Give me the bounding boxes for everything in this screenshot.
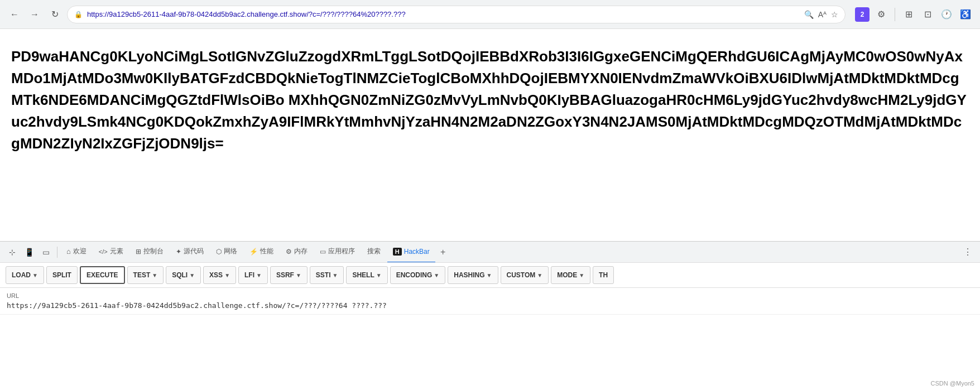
more-tabs-button[interactable]: ⋮ bbox=[960, 244, 976, 259]
encoding-label: ENCODING bbox=[396, 271, 433, 279]
sources-icon: ✦ bbox=[176, 248, 181, 256]
shell-dropdown-icon: ▼ bbox=[376, 272, 382, 278]
mode-button[interactable]: MODE ▼ bbox=[551, 266, 590, 284]
th-button[interactable]: TH bbox=[593, 266, 614, 284]
sqli-label: SQLI bbox=[172, 271, 188, 279]
tab-performance-label: 性能 bbox=[260, 247, 273, 256]
hashing-dropdown-icon: ▼ bbox=[487, 272, 492, 278]
lfi-label: LFI bbox=[244, 271, 254, 279]
split-label: SPLIT bbox=[52, 271, 71, 279]
reader-icon: Aᴬ bbox=[818, 10, 827, 19]
execute-label: EXECUTE bbox=[87, 271, 118, 279]
tab-console-label: 控制台 bbox=[143, 247, 164, 256]
devtools-inspect-icon[interactable]: ⊹ bbox=[4, 244, 20, 260]
lfi-dropdown-icon: ▼ bbox=[256, 272, 262, 278]
browser-chrome: ← → ↻ 🔒 https://9a129cb5-2611-4aaf-9b78-… bbox=[0, 0, 980, 29]
history-icon[interactable]: 🕐 bbox=[939, 7, 954, 22]
load-button[interactable]: LOAD ▼ bbox=[6, 266, 44, 284]
watermark: CSDN @Myon5 bbox=[931, 380, 974, 387]
tab-welcome-label: 欢迎 bbox=[73, 247, 87, 256]
xss-label: XSS bbox=[209, 271, 223, 279]
tab-memory-label: 内存 bbox=[294, 247, 308, 256]
tab-performance[interactable]: ⚡ 性能 bbox=[244, 242, 279, 263]
watermark-text: CSDN @Myon5 bbox=[931, 380, 974, 387]
ssrf-button[interactable]: SSRF ▼ bbox=[270, 266, 308, 284]
tab-sources[interactable]: ✦ 源代码 bbox=[170, 242, 209, 263]
sqli-dropdown-icon: ▼ bbox=[189, 272, 195, 278]
tab-console[interactable]: ⊞ 控制台 bbox=[130, 242, 169, 263]
accessibility-icon[interactable]: ♿ bbox=[958, 7, 973, 22]
load-label: LOAD bbox=[12, 271, 31, 279]
xss-button[interactable]: XSS ▼ bbox=[203, 266, 236, 284]
toolbar-divider bbox=[895, 8, 895, 21]
performance-icon: ⚡ bbox=[249, 248, 258, 256]
encoding-button[interactable]: ENCODING ▼ bbox=[390, 266, 446, 284]
test-label: TEST bbox=[133, 271, 151, 279]
mode-dropdown-icon: ▼ bbox=[579, 272, 584, 278]
execute-button[interactable]: EXECUTE bbox=[80, 266, 125, 284]
ssrf-dropdown-icon: ▼ bbox=[296, 272, 301, 278]
sidebar-icon[interactable]: ⊞ bbox=[901, 7, 916, 22]
th-label: TH bbox=[599, 271, 608, 279]
sqli-button[interactable]: SQLI ▼ bbox=[166, 266, 201, 284]
lfi-button[interactable]: LFI ▼ bbox=[238, 266, 268, 284]
lock-icon: 🔒 bbox=[74, 11, 83, 18]
hackbar-url-area: URL https://9a129cb5-2611-4aaf-9b78-0424… bbox=[0, 288, 980, 315]
extensions-icon[interactable]: 2 bbox=[854, 7, 870, 22]
devtools-panel-icon[interactable]: ▭ bbox=[38, 244, 54, 260]
tab-sources-label: 源代码 bbox=[184, 247, 204, 256]
load-dropdown-icon: ▼ bbox=[32, 272, 38, 278]
custom-dropdown-icon: ▼ bbox=[537, 272, 542, 278]
back-button[interactable]: ← bbox=[7, 7, 22, 22]
search-icon: 🔍 bbox=[804, 10, 814, 19]
elements-icon: </> bbox=[99, 248, 108, 255]
test-button[interactable]: TEST ▼ bbox=[127, 266, 164, 284]
network-icon: ⬡ bbox=[216, 248, 222, 256]
devtools-panel: ⊹ 📱 ▭ ⌂ 欢迎 </> 元素 ⊞ 控制台 ✦ 源代码 ⬡ 网络 ⚡ 性能 … bbox=[0, 241, 980, 315]
screen-icon[interactable]: ⊡ bbox=[920, 7, 935, 22]
address-text: https://9a129cb5-2611-4aaf-9b78-0424dd5b… bbox=[87, 10, 800, 18]
address-bar[interactable]: 🔒 https://9a129cb5-2611-4aaf-9b78-0424dd… bbox=[67, 6, 846, 23]
forward-button[interactable]: → bbox=[27, 7, 42, 22]
tab-hackbar-label: HackBar bbox=[404, 248, 430, 256]
memory-icon: ⚙ bbox=[286, 248, 292, 256]
encoded-text: PD9waHANCg0KLyoNCiMgLSotIGNvZGluZzogdXRm… bbox=[11, 48, 967, 152]
tab-welcome[interactable]: ⌂ 欢迎 bbox=[61, 242, 92, 263]
tab-network[interactable]: ⬡ 网络 bbox=[210, 242, 243, 263]
tab-search[interactable]: 搜索 bbox=[362, 242, 386, 263]
ssrf-label: SSRF bbox=[276, 271, 294, 279]
tab-application[interactable]: ▭ 应用程序 bbox=[314, 242, 361, 263]
tab-elements[interactable]: </> 元素 bbox=[93, 242, 129, 263]
ssti-label: SSTI bbox=[316, 271, 331, 279]
settings-icon[interactable]: ⚙ bbox=[873, 7, 889, 22]
page-content: PD9waHANCg0KLyoNCiMgLSotIGNvZGluZzogdXRm… bbox=[0, 29, 980, 241]
tab-network-label: 网络 bbox=[224, 247, 237, 256]
ssti-button[interactable]: SSTI ▼ bbox=[310, 266, 344, 284]
tab-hackbar[interactable]: H HackBar bbox=[387, 242, 435, 263]
ssti-dropdown-icon: ▼ bbox=[333, 272, 338, 278]
hackbar-icon: H bbox=[393, 248, 402, 256]
console-icon: ⊞ bbox=[136, 248, 141, 256]
add-tab-button[interactable]: + bbox=[436, 245, 450, 259]
refresh-button[interactable]: ↻ bbox=[47, 7, 63, 22]
hackbar-toolbar: LOAD ▼ SPLIT EXECUTE TEST ▼ SQLI ▼ XSS ▼… bbox=[0, 263, 980, 288]
hashing-button[interactable]: HASHING ▼ bbox=[448, 266, 498, 284]
encoding-dropdown-icon: ▼ bbox=[434, 272, 439, 278]
tab-application-label: 应用程序 bbox=[328, 247, 355, 256]
devtools-device-icon[interactable]: 📱 bbox=[21, 244, 37, 260]
extension-badge: 2 bbox=[855, 7, 869, 22]
hashing-label: HASHING bbox=[454, 271, 484, 279]
custom-label: CUSTOM bbox=[507, 271, 536, 279]
shell-button[interactable]: SHELL ▼ bbox=[346, 266, 387, 284]
tab-search-label: 搜索 bbox=[367, 247, 381, 256]
tab-memory[interactable]: ⚙ 内存 bbox=[280, 242, 313, 263]
home-icon: ⌂ bbox=[66, 247, 71, 256]
xss-dropdown-icon: ▼ bbox=[224, 272, 230, 278]
mode-label: MODE bbox=[557, 271, 577, 279]
application-icon: ▭ bbox=[320, 248, 326, 256]
bookmark-icon: ☆ bbox=[831, 10, 838, 19]
url-value: https://9a129cb5-2611-4aaf-9b78-0424dd5b… bbox=[7, 301, 973, 310]
custom-button[interactable]: CUSTOM ▼ bbox=[501, 266, 549, 284]
split-button[interactable]: SPLIT bbox=[46, 266, 78, 284]
tab-elements-label: 元素 bbox=[110, 247, 123, 256]
